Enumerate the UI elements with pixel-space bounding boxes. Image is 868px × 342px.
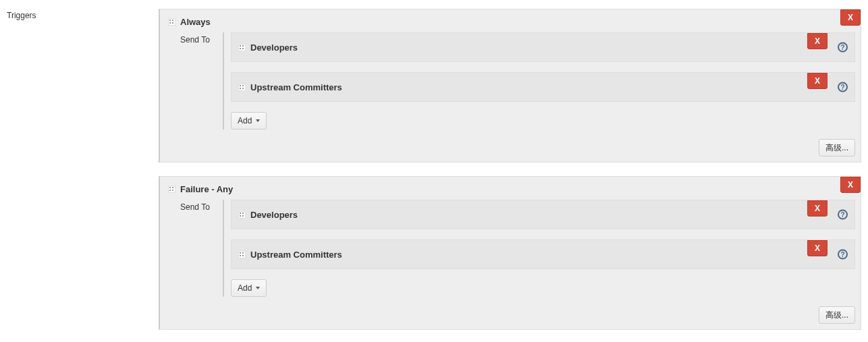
recipient-delete-button[interactable]: X [807,240,828,256]
send-to-label: Send To [165,32,223,45]
add-button-label: Add [238,116,252,125]
recipient-name: Developers [250,42,298,53]
sidebar: Triggers [7,9,159,20]
trigger-header[interactable]: Failure - Any [165,184,855,194]
drag-handle-icon[interactable] [238,44,246,51]
recipient-name: Developers [250,210,298,220]
triggers-list: X Always Send To Developers X ? [159,9,861,342]
recipient-delete-button[interactable]: X [807,200,828,217]
trigger-delete-button[interactable]: X [840,177,861,193]
trigger-title: Failure - Any [180,184,233,194]
send-to-content: Developers X ? Upstream Committers X ? A… [223,32,855,130]
help-icon[interactable]: ? [838,82,848,92]
recipient-row-upstream-committers: Upstream Committers X ? [231,72,855,102]
recipient-name: Upstream Committers [250,250,342,260]
recipient-delete-button[interactable]: X [807,33,828,49]
help-icon[interactable]: ? [838,42,848,53]
recipient-name: Upstream Committers [250,82,342,92]
drag-handle-icon[interactable] [168,18,175,26]
triggers-section-label: Triggers [7,11,36,20]
recipient-row-developers: Developers X ? [231,32,855,62]
help-icon[interactable]: ? [838,210,848,220]
chevron-down-icon [256,287,260,289]
drag-handle-icon[interactable] [168,186,175,193]
trigger-block-failure-any: X Failure - Any Send To Developers X ? [159,176,861,330]
recipient-row-upstream-committers: Upstream Committers X ? [231,239,855,269]
advanced-button-label: 高级... [825,310,848,320]
advanced-button[interactable]: 高级... [819,306,855,324]
trigger-title: Always [180,17,211,27]
add-button-label: Add [238,283,252,293]
advanced-button[interactable]: 高级... [819,139,855,156]
drag-handle-icon[interactable] [238,211,246,219]
recipient-delete-button[interactable]: X [807,73,828,89]
help-icon[interactable]: ? [838,250,848,260]
drag-handle-icon[interactable] [238,251,246,258]
recipient-row-developers: Developers X ? [231,200,855,229]
trigger-block-always: X Always Send To Developers X ? [159,9,861,163]
add-recipient-button[interactable]: Add [231,279,267,297]
trigger-header[interactable]: Always [165,17,855,27]
chevron-down-icon [256,119,260,122]
advanced-button-label: 高级... [825,143,848,152]
add-recipient-button[interactable]: Add [231,112,267,130]
send-to-content: Developers X ? Upstream Committers X ? A… [223,200,855,297]
drag-handle-icon[interactable] [238,84,246,91]
triggers-config: Triggers X Always Send To Developers X [0,0,868,342]
send-to-label: Send To [165,200,223,212]
trigger-delete-button[interactable]: X [840,9,861,26]
